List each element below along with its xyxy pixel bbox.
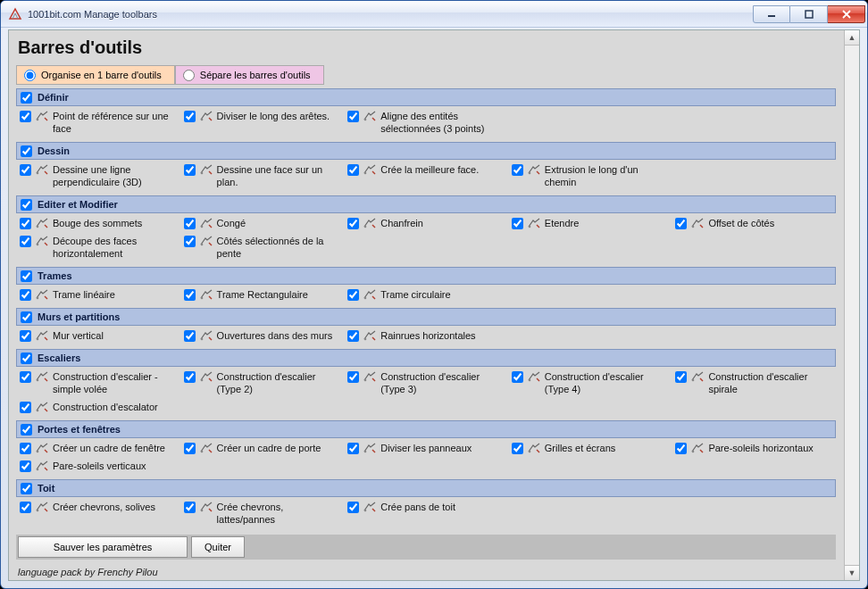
tool-icon bbox=[35, 217, 49, 229]
tool-label: Aligne des entités sélectionnées (3 poin… bbox=[380, 110, 505, 135]
svg-point-15 bbox=[200, 244, 203, 246]
tool-icon bbox=[35, 110, 49, 122]
tool-icon bbox=[363, 370, 377, 383]
svg-point-2 bbox=[37, 119, 39, 121]
tool-checkbox[interactable] bbox=[347, 502, 359, 513]
tool-label: Pare-soleils verticaux bbox=[53, 460, 146, 472]
section-toggle-dessin[interactable] bbox=[21, 145, 32, 157]
tool-checkbox[interactable] bbox=[184, 164, 196, 176]
tool-checkbox[interactable] bbox=[20, 371, 31, 383]
tool-checkbox[interactable] bbox=[20, 236, 31, 247]
section-toggle-escaliers[interactable] bbox=[21, 353, 32, 364]
section-title: Définir bbox=[38, 92, 69, 103]
svg-point-8 bbox=[528, 172, 530, 175]
svg-point-27 bbox=[37, 410, 39, 412]
svg-point-11 bbox=[364, 226, 367, 228]
quit-button[interactable]: Quiter bbox=[191, 536, 245, 558]
tool-checkbox[interactable] bbox=[675, 218, 687, 229]
tool-checkbox[interactable] bbox=[184, 236, 196, 247]
page-title: Barres d'outils bbox=[18, 37, 836, 58]
tool-checkbox[interactable] bbox=[20, 443, 31, 454]
tool-checkbox[interactable] bbox=[20, 402, 31, 413]
tool-checkbox[interactable] bbox=[184, 218, 196, 229]
tool-checkbox[interactable] bbox=[20, 289, 31, 301]
tool-item: Diviser le long des arêtes. bbox=[182, 108, 343, 137]
tool-icon bbox=[199, 110, 213, 122]
section-toggle-editer[interactable] bbox=[21, 199, 32, 211]
titlebar: 1001bit.com Manage toolbars bbox=[1, 1, 867, 28]
tool-icon bbox=[199, 329, 213, 342]
scroll-down-icon[interactable]: ▼ bbox=[845, 565, 859, 580]
tool-checkbox[interactable] bbox=[20, 111, 31, 122]
tool-checkbox[interactable] bbox=[347, 218, 359, 229]
tool-checkbox[interactable] bbox=[20, 164, 31, 176]
tool-checkbox[interactable] bbox=[347, 371, 359, 383]
tool-label: Diviser les panneaux bbox=[380, 442, 472, 454]
radio-organise[interactable]: Organise en 1 barre d'outils bbox=[16, 65, 175, 85]
tool-icon bbox=[363, 217, 377, 229]
tool-checkbox[interactable] bbox=[512, 371, 523, 383]
section-toggle-trames[interactable] bbox=[21, 270, 32, 282]
close-button[interactable] bbox=[828, 5, 865, 23]
tool-checkbox[interactable] bbox=[347, 164, 359, 176]
tool-checkbox[interactable] bbox=[184, 371, 196, 383]
vertical-scrollbar[interactable]: ▲ ▼ bbox=[844, 30, 859, 580]
scroll-up-icon[interactable]: ▲ bbox=[845, 30, 859, 46]
tool-item: Ouvertures dans des murs bbox=[182, 328, 343, 344]
tool-checkbox[interactable] bbox=[347, 289, 359, 301]
tool-icon bbox=[35, 163, 49, 176]
radio-separate-input[interactable] bbox=[183, 70, 195, 81]
tool-checkbox[interactable] bbox=[675, 443, 687, 454]
tool-checkbox[interactable] bbox=[20, 330, 31, 342]
tool-item: Dessine une ligne perpendiculaire (3D) bbox=[18, 162, 179, 190]
tool-label: Construction d'escalier - simple volée bbox=[53, 370, 177, 395]
svg-point-10 bbox=[200, 226, 203, 228]
section-header-editer: Editer et Modifier bbox=[16, 195, 836, 213]
tool-checkbox[interactable] bbox=[184, 443, 196, 454]
section-toggle-toit[interactable] bbox=[21, 483, 32, 494]
tool-checkbox[interactable] bbox=[184, 289, 196, 301]
section-grid-definir: Point de référence sur une faceDiviser l… bbox=[16, 106, 836, 140]
maximize-button[interactable] bbox=[790, 5, 828, 23]
tool-item: Chanfrein bbox=[346, 215, 506, 231]
tool-checkbox[interactable] bbox=[347, 443, 359, 454]
tool-icon bbox=[199, 217, 213, 229]
save-button[interactable]: Sauver les paramètres bbox=[18, 536, 188, 558]
minimize-button[interactable] bbox=[753, 5, 790, 23]
tool-item: Point de référence sur une face bbox=[18, 108, 179, 137]
tool-checkbox[interactable] bbox=[512, 164, 523, 176]
tool-checkbox[interactable] bbox=[184, 502, 196, 513]
tool-item: Congé bbox=[182, 215, 343, 231]
tool-checkbox[interactable] bbox=[184, 111, 196, 122]
tool-icon bbox=[35, 442, 49, 454]
tool-label: Chanfrein bbox=[380, 217, 423, 229]
section-header-definir: Définir bbox=[16, 88, 836, 106]
tool-item: Mur vertical bbox=[18, 328, 179, 344]
tool-checkbox[interactable] bbox=[512, 218, 523, 229]
tool-item: Construction d'escalator bbox=[18, 399, 179, 415]
tool-checkbox[interactable] bbox=[347, 111, 359, 122]
tool-icon bbox=[690, 442, 705, 454]
tool-item: Créer un cadre de fenêtre bbox=[18, 440, 179, 456]
tool-checkbox[interactable] bbox=[20, 218, 31, 229]
section-toggle-definir[interactable] bbox=[21, 92, 32, 104]
svg-point-28 bbox=[37, 451, 39, 453]
section-title: Dessin bbox=[38, 145, 70, 156]
tool-checkbox[interactable] bbox=[20, 502, 31, 513]
tool-checkbox[interactable] bbox=[675, 371, 687, 383]
tool-icon bbox=[199, 501, 213, 513]
tool-icon bbox=[199, 235, 213, 247]
tool-checkbox[interactable] bbox=[512, 443, 523, 454]
radio-separate[interactable]: Sépare les barres d'outils bbox=[175, 65, 324, 85]
tool-checkbox[interactable] bbox=[184, 330, 196, 342]
section-title: Portes et fenêtres bbox=[38, 424, 121, 435]
tool-checkbox[interactable] bbox=[347, 330, 359, 342]
sections: DéfinirPoint de référence sur une faceDi… bbox=[16, 88, 836, 531]
button-bar: Sauver les paramètres Quiter bbox=[16, 535, 836, 560]
radio-organise-input[interactable] bbox=[24, 70, 36, 81]
svg-point-22 bbox=[37, 379, 39, 382]
section-toggle-murs[interactable] bbox=[21, 311, 32, 323]
tool-checkbox[interactable] bbox=[20, 460, 31, 472]
tool-item: Crée la meilleure face. bbox=[346, 162, 506, 190]
section-toggle-portes[interactable] bbox=[21, 424, 32, 436]
